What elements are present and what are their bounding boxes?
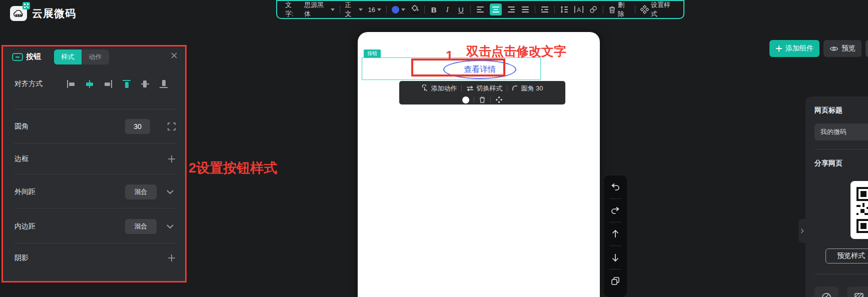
letter-spacing-icon: A	[574, 5, 584, 14]
app-logo: 云展微码	[10, 6, 76, 21]
link-icon	[589, 5, 598, 14]
undo-button[interactable]	[604, 176, 627, 198]
share-panel: 网页标题 分享网页	[805, 96, 868, 297]
letter-spacing-button[interactable]: A	[574, 5, 584, 14]
line-height-button[interactable]	[560, 5, 569, 14]
chevron-down-icon[interactable]	[166, 190, 174, 194]
bold-button[interactable]: B	[430, 6, 438, 14]
divider	[635, 6, 635, 14]
annotation-step2-text: 2设置按钮样式	[189, 159, 277, 177]
divider	[14, 243, 176, 244]
preview-button[interactable]: 预览	[823, 40, 861, 57]
style-diamonds-icon	[640, 5, 649, 14]
switch-style-button[interactable]: 切换样式	[466, 84, 502, 93]
share-page-label: 分享网页	[814, 159, 842, 168]
close-icon[interactable]	[170, 52, 178, 60]
align-right-button[interactable]	[507, 5, 516, 14]
page-title-input[interactable]	[814, 124, 868, 140]
page-canvas[interactable]: 按钮 查看详情 1 双击点击修改文字 添加动作 切换样式	[358, 32, 600, 297]
align-element-right-button[interactable]	[103, 78, 114, 90]
italic-button[interactable]: I	[443, 6, 452, 14]
move-layer-down-button[interactable]	[604, 246, 627, 269]
align-element-bottom-button[interactable]	[158, 78, 169, 90]
cloud-logo-icon	[10, 6, 27, 21]
paint-bucket-icon	[410, 4, 419, 14]
chevron-down-icon	[331, 8, 335, 11]
move-layer-up-button[interactable]	[604, 222, 627, 246]
shadow-label: 阴影	[15, 254, 29, 262]
theme-color-tile[interactable]	[814, 286, 838, 297]
background-pattern-tile[interactable]	[847, 286, 868, 297]
chevron-right-icon	[800, 228, 804, 234]
text-color-picker[interactable]	[392, 6, 405, 14]
align-center-button[interactable]	[490, 4, 502, 16]
add-border-icon[interactable]	[167, 154, 176, 164]
publish-button-cutoff[interactable]	[865, 40, 868, 57]
chevron-down-icon	[359, 8, 363, 11]
align-left-button[interactable]	[476, 5, 485, 14]
background-color-button[interactable]	[410, 4, 419, 14]
set-style-button[interactable]: 设置样式	[640, 0, 675, 18]
text-format-toolbar: 文字: 思源黑体 正文 16 B I U	[276, 0, 684, 19]
font-size-dropdown[interactable]: 16	[368, 6, 381, 14]
expand-corners-icon[interactable]	[167, 122, 176, 131]
divider	[474, 96, 474, 103]
align-right-icon	[507, 5, 516, 14]
color-disc-icon	[821, 292, 832, 297]
eye-icon	[829, 46, 838, 52]
align-element-left-button[interactable]	[66, 78, 77, 90]
divider	[535, 6, 535, 14]
delete-element-button[interactable]	[479, 96, 486, 104]
preview-style-button[interactable]: 预览样式	[825, 248, 868, 264]
editor-root: 云展微码 文字: 思源黑体 正文 16 B I U	[0, 0, 868, 297]
link-button[interactable]	[589, 5, 598, 14]
divider	[490, 96, 491, 103]
color-swatch-white[interactable]	[462, 96, 469, 104]
align-justify-button[interactable]	[521, 5, 530, 14]
share-qr-code	[850, 181, 868, 239]
delete-button[interactable]: 删除	[608, 0, 630, 18]
tab-style[interactable]: 样式	[54, 50, 82, 64]
tab-action[interactable]: 动作	[82, 50, 109, 64]
element-style-button[interactable]	[495, 96, 503, 104]
add-shadow-icon[interactable]	[167, 254, 176, 262]
border-label: 边框	[15, 154, 29, 164]
radius-input[interactable]	[125, 119, 150, 134]
page-title-label: 网页标题	[814, 106, 842, 115]
add-component-button[interactable]: 添加组件	[769, 40, 819, 57]
radius-label: 圆角	[15, 122, 29, 131]
align-element-top-button[interactable]	[121, 78, 132, 90]
chevron-down-icon[interactable]	[166, 224, 174, 229]
hatched-square-icon	[853, 292, 864, 297]
panel-header: 按钮 样式 动作	[3, 50, 185, 64]
divider	[424, 6, 425, 14]
divider	[507, 85, 507, 92]
margin-row: 外间距 混合	[15, 184, 180, 200]
margin-value-chip[interactable]: 混合	[125, 184, 157, 200]
margin-label: 外间距	[15, 188, 36, 196]
svg-text:A: A	[577, 6, 581, 14]
add-action-button[interactable]: 添加动作	[421, 84, 457, 93]
annotation-step1-text: 双击点击修改文字	[466, 43, 566, 60]
underline-button[interactable]: U	[457, 6, 465, 14]
corner-radius-icon	[512, 85, 518, 92]
border-row: 边框	[15, 152, 180, 166]
divider	[340, 6, 340, 14]
app-title: 云展微码	[32, 6, 76, 20]
align-left-icon	[476, 5, 485, 14]
radius-quick-button[interactable]: 圆角 30	[512, 84, 543, 93]
align-element-hcenter-button[interactable]	[84, 78, 95, 90]
annotation-red-box	[411, 58, 505, 76]
collapse-panel-handle[interactable]	[798, 219, 805, 243]
padding-value-chip[interactable]: 混合	[125, 219, 157, 234]
divider	[386, 6, 387, 14]
padding-label: 内边距	[15, 222, 36, 231]
duplicate-button[interactable]	[604, 270, 627, 292]
divider	[14, 109, 176, 110]
font-family-dropdown[interactable]: 思源黑体	[304, 0, 335, 18]
indent-button[interactable]	[540, 5, 549, 14]
paragraph-style-dropdown[interactable]: 正文	[345, 0, 363, 18]
redo-button[interactable]	[604, 199, 627, 222]
qr-badge-icon	[23, 2, 30, 10]
align-element-vcenter-button[interactable]	[140, 78, 151, 90]
